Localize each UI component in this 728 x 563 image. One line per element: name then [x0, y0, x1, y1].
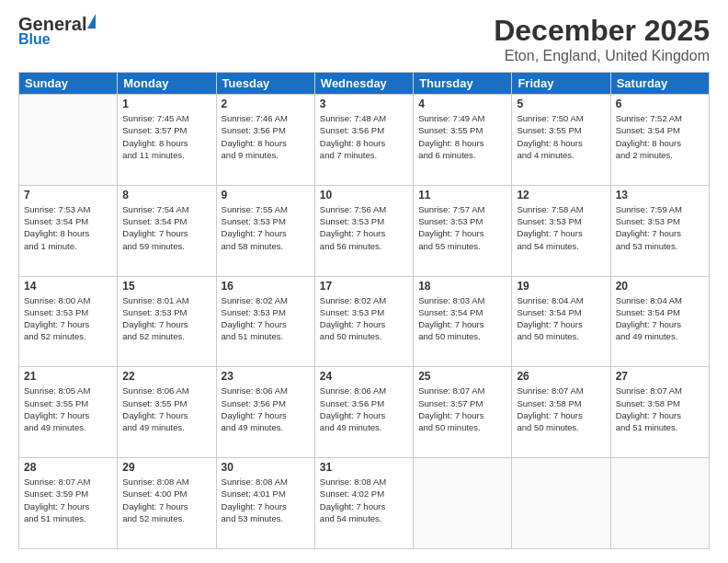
day-info: Sunrise: 8:06 AM Sunset: 3:56 PM Dayligh… — [320, 385, 408, 433]
table-row: 1Sunrise: 7:45 AM Sunset: 3:57 PM Daylig… — [118, 95, 216, 186]
day-number: 17 — [320, 280, 408, 293]
day-number: 21 — [24, 370, 112, 383]
calendar-week-row: 21Sunrise: 8:05 AM Sunset: 3:55 PM Dayli… — [19, 367, 710, 458]
table-row: 5Sunrise: 7:50 AM Sunset: 3:55 PM Daylig… — [512, 95, 610, 186]
table-row: 23Sunrise: 8:06 AM Sunset: 3:56 PM Dayli… — [216, 367, 314, 458]
table-row — [19, 95, 118, 186]
day-info: Sunrise: 8:06 AM Sunset: 3:56 PM Dayligh… — [222, 385, 310, 433]
logo-triangle-icon — [87, 14, 96, 29]
day-number: 24 — [320, 370, 408, 383]
logo: General Blue — [18, 14, 96, 48]
day-info: Sunrise: 8:04 AM Sunset: 3:54 PM Dayligh… — [517, 294, 605, 343]
day-info: Sunrise: 7:46 AM Sunset: 3:56 PM Dayligh… — [222, 112, 310, 161]
table-row: 6Sunrise: 7:52 AM Sunset: 3:54 PM Daylig… — [610, 95, 709, 186]
day-number: 31 — [320, 461, 408, 474]
table-row: 4Sunrise: 7:49 AM Sunset: 3:55 PM Daylig… — [414, 95, 512, 186]
day-number: 6 — [616, 98, 704, 110]
day-number: 22 — [122, 370, 210, 383]
day-number: 26 — [517, 370, 605, 383]
calendar-title: December 2025 — [494, 14, 710, 48]
day-number: 2 — [222, 98, 310, 110]
col-monday: Monday — [118, 73, 216, 95]
day-info: Sunrise: 8:05 AM Sunset: 3:55 PM Dayligh… — [24, 385, 112, 433]
table-row — [512, 458, 610, 549]
day-info: Sunrise: 7:59 AM Sunset: 3:53 PM Dayligh… — [616, 203, 704, 252]
table-row: 15Sunrise: 8:01 AM Sunset: 3:53 PM Dayli… — [118, 276, 216, 367]
calendar-header-row: Sunday Monday Tuesday Wednesday Thursday… — [19, 73, 710, 95]
table-row: 3Sunrise: 7:48 AM Sunset: 3:56 PM Daylig… — [314, 95, 413, 186]
col-friday: Friday — [512, 73, 610, 95]
day-number: 4 — [418, 98, 506, 110]
day-info: Sunrise: 7:53 AM Sunset: 3:54 PM Dayligh… — [24, 203, 112, 252]
table-row: 9Sunrise: 7:55 AM Sunset: 3:53 PM Daylig… — [216, 185, 314, 276]
day-info: Sunrise: 8:04 AM Sunset: 3:54 PM Dayligh… — [616, 294, 704, 343]
day-info: Sunrise: 7:55 AM Sunset: 3:53 PM Dayligh… — [222, 203, 310, 252]
calendar-table: Sunday Monday Tuesday Wednesday Thursday… — [18, 72, 710, 549]
table-row: 10Sunrise: 7:56 AM Sunset: 3:53 PM Dayli… — [314, 185, 413, 276]
day-info: Sunrise: 8:07 AM Sunset: 3:59 PM Dayligh… — [24, 476, 112, 524]
table-row: 24Sunrise: 8:06 AM Sunset: 3:56 PM Dayli… — [314, 367, 413, 458]
day-info: Sunrise: 7:50 AM Sunset: 3:55 PM Dayligh… — [517, 112, 605, 161]
table-row: 11Sunrise: 7:57 AM Sunset: 3:53 PM Dayli… — [414, 185, 512, 276]
day-info: Sunrise: 8:03 AM Sunset: 3:54 PM Dayligh… — [418, 294, 506, 343]
day-info: Sunrise: 7:45 AM Sunset: 3:57 PM Dayligh… — [122, 112, 210, 161]
day-number: 9 — [222, 189, 310, 201]
table-row: 12Sunrise: 7:58 AM Sunset: 3:53 PM Dayli… — [512, 185, 610, 276]
day-number: 11 — [418, 189, 506, 201]
day-number: 10 — [320, 189, 408, 201]
day-number: 29 — [122, 461, 210, 474]
table-row: 28Sunrise: 8:07 AM Sunset: 3:59 PM Dayli… — [19, 458, 118, 549]
page: General Blue December 2025 Eton, England… — [0, 0, 728, 563]
day-number: 5 — [517, 98, 605, 110]
table-row: 22Sunrise: 8:06 AM Sunset: 3:55 PM Dayli… — [118, 367, 216, 458]
table-row: 30Sunrise: 8:08 AM Sunset: 4:01 PM Dayli… — [216, 458, 314, 549]
day-number: 19 — [517, 280, 605, 293]
table-row: 8Sunrise: 7:54 AM Sunset: 3:54 PM Daylig… — [118, 185, 216, 276]
col-sunday: Sunday — [19, 73, 118, 95]
day-number: 1 — [122, 98, 210, 110]
day-number: 18 — [418, 280, 506, 293]
calendar-week-row: 14Sunrise: 8:00 AM Sunset: 3:53 PM Dayli… — [19, 276, 710, 367]
table-row: 16Sunrise: 8:02 AM Sunset: 3:53 PM Dayli… — [216, 276, 314, 367]
day-info: Sunrise: 8:07 AM Sunset: 3:57 PM Dayligh… — [418, 385, 506, 433]
col-saturday: Saturday — [610, 73, 709, 95]
day-number: 3 — [320, 98, 408, 110]
day-info: Sunrise: 8:07 AM Sunset: 3:58 PM Dayligh… — [616, 385, 704, 433]
day-number: 30 — [222, 461, 310, 474]
day-info: Sunrise: 7:58 AM Sunset: 3:53 PM Dayligh… — [517, 203, 605, 252]
day-info: Sunrise: 7:56 AM Sunset: 3:53 PM Dayligh… — [320, 203, 408, 252]
calendar-week-row: 7Sunrise: 7:53 AM Sunset: 3:54 PM Daylig… — [19, 185, 710, 276]
table-row — [414, 458, 512, 549]
table-row: 18Sunrise: 8:03 AM Sunset: 3:54 PM Dayli… — [414, 276, 512, 367]
day-number: 23 — [222, 370, 310, 383]
table-row: 21Sunrise: 8:05 AM Sunset: 3:55 PM Dayli… — [19, 367, 118, 458]
day-number: 13 — [616, 189, 704, 201]
day-number: 16 — [222, 280, 310, 293]
day-number: 25 — [418, 370, 506, 383]
table-row: 27Sunrise: 8:07 AM Sunset: 3:58 PM Dayli… — [610, 367, 709, 458]
day-number: 12 — [517, 189, 605, 201]
table-row: 7Sunrise: 7:53 AM Sunset: 3:54 PM Daylig… — [19, 185, 118, 276]
day-info: Sunrise: 8:02 AM Sunset: 3:53 PM Dayligh… — [320, 294, 408, 343]
logo-text-blue: Blue — [18, 31, 51, 48]
day-info: Sunrise: 8:07 AM Sunset: 3:58 PM Dayligh… — [517, 385, 605, 433]
day-info: Sunrise: 8:01 AM Sunset: 3:53 PM Dayligh… — [122, 294, 210, 343]
day-info: Sunrise: 8:06 AM Sunset: 3:55 PM Dayligh… — [122, 385, 210, 433]
calendar-week-row: 1Sunrise: 7:45 AM Sunset: 3:57 PM Daylig… — [19, 95, 710, 186]
table-row: 13Sunrise: 7:59 AM Sunset: 3:53 PM Dayli… — [610, 185, 709, 276]
table-row: 25Sunrise: 8:07 AM Sunset: 3:57 PM Dayli… — [414, 367, 512, 458]
day-info: Sunrise: 8:08 AM Sunset: 4:00 PM Dayligh… — [122, 476, 210, 524]
header: General Blue December 2025 Eton, England… — [18, 14, 710, 64]
day-info: Sunrise: 7:49 AM Sunset: 3:55 PM Dayligh… — [418, 112, 506, 161]
table-row: 14Sunrise: 8:00 AM Sunset: 3:53 PM Dayli… — [19, 276, 118, 367]
day-number: 8 — [122, 189, 210, 201]
col-tuesday: Tuesday — [216, 73, 314, 95]
table-row: 29Sunrise: 8:08 AM Sunset: 4:00 PM Dayli… — [118, 458, 216, 549]
day-number: 20 — [616, 280, 704, 293]
day-number: 27 — [616, 370, 704, 383]
calendar-week-row: 28Sunrise: 8:07 AM Sunset: 3:59 PM Dayli… — [19, 458, 710, 549]
table-row: 26Sunrise: 8:07 AM Sunset: 3:58 PM Dayli… — [512, 367, 610, 458]
table-row — [610, 458, 709, 549]
day-number: 7 — [24, 189, 112, 201]
day-info: Sunrise: 7:52 AM Sunset: 3:54 PM Dayligh… — [616, 112, 704, 161]
